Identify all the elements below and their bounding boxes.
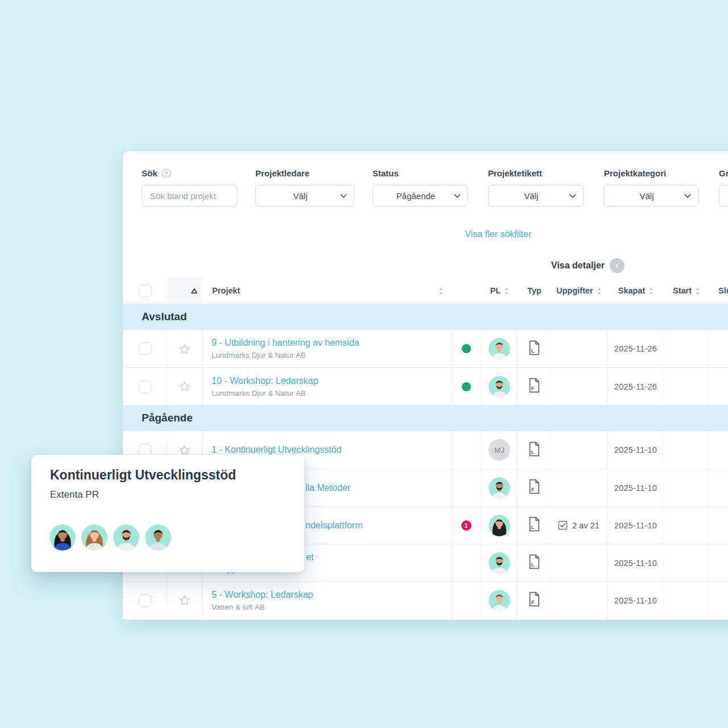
- slut-cell: [709, 582, 728, 619]
- project-link[interactable]: et: [306, 552, 313, 562]
- section-header: Pågående: [123, 405, 728, 431]
- start-cell: [664, 544, 709, 581]
- project-company: Lundmarks Djur & Natur AB: [212, 351, 306, 359]
- question-circle-icon[interactable]: ?: [162, 168, 171, 178]
- status-dot-green: [462, 382, 471, 391]
- project-link[interactable]: 9 - Utbildning i hantering av hemsida: [212, 338, 359, 348]
- row-checkbox-cell: [123, 330, 167, 367]
- typ-cell: F: [518, 469, 551, 506]
- svg-text:F: F: [531, 385, 534, 391]
- column-typ[interactable]: Typ: [518, 278, 551, 304]
- start-cell: [664, 431, 709, 469]
- filter-label: Projektetikett: [488, 168, 584, 178]
- svg-text:L: L: [531, 524, 534, 530]
- chevron-down-icon: [340, 194, 347, 198]
- svg-text:F: F: [531, 486, 534, 493]
- svg-text:F: F: [531, 599, 534, 605]
- favorite-sort-cell[interactable]: [167, 278, 202, 304]
- sort-arrows-icon: [504, 287, 509, 295]
- details-toggle[interactable]: Visa detaljer: [538, 258, 624, 273]
- slut-cell: [709, 368, 728, 405]
- row-checkbox[interactable]: [139, 594, 151, 607]
- section-header: Avslutad: [123, 304, 728, 330]
- project-link[interactable]: ila Metoder: [305, 483, 350, 493]
- member-avatar: [145, 524, 171, 551]
- project-link[interactable]: 5 - Workshop: Ledarskap: [212, 590, 313, 600]
- document-icon: F: [528, 592, 541, 609]
- row-checkbox-cell: [123, 582, 167, 619]
- column-uppgifter[interactable]: Uppgifter: [551, 278, 607, 304]
- tasks-progress: 2 av 21: [558, 520, 599, 530]
- created-date: 2025-11-10: [614, 559, 657, 568]
- project-link[interactable]: 1 - Kontinuerligt Utvecklingsstöd: [212, 445, 342, 455]
- projektkategori-select[interactable]: Välj: [604, 185, 698, 206]
- status-cell: [452, 469, 481, 506]
- column-projekt[interactable]: Projekt: [202, 278, 452, 304]
- star-icon[interactable]: [178, 594, 191, 607]
- sort-arrows-icon: [695, 287, 700, 295]
- star-icon[interactable]: [178, 342, 191, 355]
- tasks-cell: [551, 469, 607, 506]
- svg-text:L: L: [531, 561, 534, 568]
- status-select[interactable]: Pågående: [373, 185, 468, 206]
- document-icon: L: [528, 516, 541, 534]
- slut-cell: [709, 544, 728, 581]
- created-cell: 2025-11-10: [607, 544, 664, 581]
- pl-cell: [481, 582, 518, 619]
- row-checkbox[interactable]: [139, 444, 151, 456]
- chevron-down-icon: [684, 194, 691, 198]
- grupp-select[interactable]: [719, 185, 728, 206]
- column-start[interactable]: Start: [664, 278, 709, 304]
- select-all-checkbox[interactable]: [139, 284, 151, 297]
- filter-projektledare: Projektledare Välj: [255, 168, 354, 206]
- document-icon: F: [528, 479, 541, 497]
- row-checkbox-cell: [123, 368, 167, 405]
- filter-status: Status Pågående: [373, 168, 468, 206]
- tasks-cell: [551, 330, 607, 367]
- created-cell: 2025-11-10: [607, 507, 664, 544]
- sort-arrows-icon: [597, 287, 602, 295]
- more-filters-link[interactable]: Visa fler sökfilter: [430, 229, 566, 239]
- projektledare-select[interactable]: Välj: [255, 185, 354, 206]
- star-icon[interactable]: [178, 380, 191, 393]
- created-cell: 2025-11-10: [607, 582, 664, 619]
- pl-avatar-initials: MJ: [489, 439, 510, 461]
- filter-label: Projektkategori: [604, 168, 698, 178]
- project-link[interactable]: 10 - Workshop: Ledarskap: [212, 376, 318, 386]
- row-star-cell: [167, 330, 202, 367]
- column-pl[interactable]: PL: [481, 278, 518, 304]
- hover-card-title: Kontinuerligt Utvecklingsstöd: [50, 468, 236, 483]
- column-skapat[interactable]: Skapat: [607, 278, 664, 304]
- select-all-cell: [123, 278, 167, 304]
- tasks-cell: [551, 368, 607, 405]
- pl-avatar: [489, 376, 510, 398]
- created-date: 2025-11-10: [614, 596, 657, 605]
- column-slut[interactable]: Slut: [709, 278, 728, 304]
- row-checkbox[interactable]: [139, 380, 151, 393]
- member-avatar: [113, 524, 139, 551]
- created-cell: 2025-11-26: [607, 368, 664, 405]
- project-company: Lundmarks Djur & Natur AB: [212, 389, 306, 398]
- search-input[interactable]: [142, 185, 237, 206]
- created-cell: 2025-11-26: [607, 330, 664, 367]
- filter-label: Projektledare: [255, 168, 354, 178]
- status-cell: [452, 582, 481, 619]
- search-label: Sök ?: [142, 168, 237, 178]
- projektetikett-select[interactable]: Välj: [488, 185, 584, 206]
- status-cell: [452, 544, 481, 581]
- typ-cell: F: [518, 582, 551, 619]
- table-header-row: Projekt PL Typ Uppgifter Skapat Start Sl…: [123, 278, 728, 304]
- project-link[interactable]: ndelsplattform: [305, 520, 363, 531]
- sort-arrows-icon: [648, 287, 653, 295]
- created-date: 2025-11-26: [614, 344, 657, 353]
- document-icon: L: [528, 554, 541, 572]
- created-date: 2025-11-26: [614, 382, 657, 391]
- tasks-cell: [551, 544, 607, 581]
- chevron-left-circle-icon[interactable]: [610, 258, 624, 273]
- project-cell: 10 - Workshop: Ledarskap Lundmarks Djur …: [202, 368, 452, 405]
- svg-text:?: ?: [164, 170, 168, 176]
- row-checkbox[interactable]: [139, 342, 151, 355]
- pl-cell: [481, 544, 518, 581]
- section-title: Avslutad: [123, 311, 187, 323]
- filter-label: Gr: [719, 168, 728, 178]
